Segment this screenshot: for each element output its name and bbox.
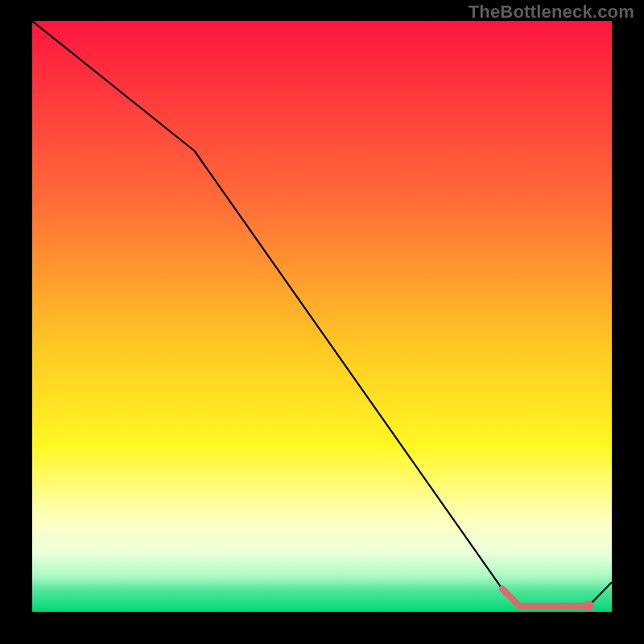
chart-background [32, 21, 612, 612]
watermark-text: TheBottleneck.com [469, 2, 634, 23]
chart-plot-area [32, 21, 612, 612]
chart-frame: TheBottleneck.com [0, 0, 644, 644]
chart-svg [32, 21, 612, 612]
highlight-end-dot [584, 601, 594, 611]
